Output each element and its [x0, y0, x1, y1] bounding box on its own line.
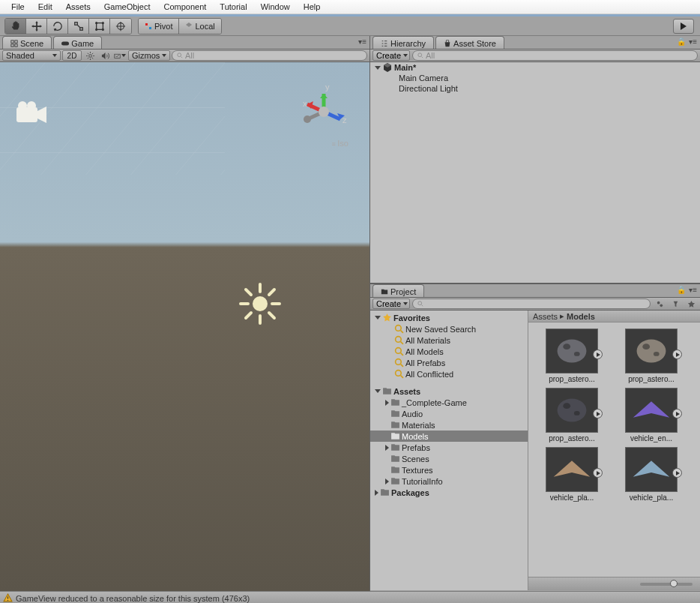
breadcrumb-separator-icon: ▸	[560, 311, 564, 321]
asset-model[interactable]: prop_astero...	[534, 388, 609, 442]
filter-type-icon[interactable]	[669, 298, 682, 309]
asset-model[interactable]: prop_astero...	[534, 328, 609, 383]
svg-rect-1	[79, 27, 82, 30]
play-preview-icon[interactable]	[593, 350, 603, 359]
asset-folder[interactable]: TutorialInfo	[370, 476, 528, 487]
local-toggle[interactable]: Local	[179, 19, 220, 34]
axis-gizmo[interactable]: x y z	[298, 83, 350, 136]
assets-header[interactable]: Assets	[370, 386, 528, 397]
project-create-dropdown[interactable]: Create	[372, 298, 410, 309]
asset-model[interactable]: vehicle_pla...	[614, 447, 689, 502]
scene-toolbar: Shaded 2D Gizmos All	[0, 50, 369, 62]
packages-header[interactable]: Packages	[370, 487, 528, 498]
lighting-toggle-icon[interactable]	[83, 50, 97, 61]
shading-mode-dropdown[interactable]: Shaded	[2, 50, 61, 61]
scene-search[interactable]: All	[172, 50, 367, 61]
asset-folder[interactable]: Textures	[370, 464, 528, 476]
lock-icon[interactable]: 🔒	[677, 38, 686, 46]
panel-menu-icon[interactable]: ▾≡	[689, 286, 697, 294]
warning-icon	[3, 593, 13, 603]
svg-point-38	[574, 352, 580, 356]
fx-toggle-icon[interactable]	[113, 50, 127, 61]
menu-file[interactable]: File	[4, 1, 31, 13]
svg-point-32	[396, 337, 402, 343]
hand-tool[interactable]	[5, 19, 26, 34]
svg-point-43	[563, 403, 570, 409]
svg-point-30	[660, 304, 663, 307]
tab-scene[interactable]: Scene	[2, 36, 52, 49]
favorite-item[interactable]: All Materials	[370, 334, 528, 346]
hierarchy-search[interactable]: All	[412, 50, 698, 61]
toolbar: Pivot Local	[0, 16, 700, 36]
menu-component[interactable]: Component	[157, 1, 213, 13]
project-tree: Favorites New Saved SearchAll MaterialsA…	[370, 310, 528, 590]
asset-folder[interactable]: Materials	[370, 419, 528, 430]
menu-assets[interactable]: Assets	[59, 1, 97, 13]
tab-game[interactable]: Game	[53, 36, 102, 49]
gizmos-dropdown[interactable]: Gizmos	[128, 50, 170, 61]
pivot-local-group: Pivot Local	[138, 18, 222, 34]
breadcrumb-models[interactable]: Models	[567, 312, 595, 321]
rotate-tool[interactable]	[47, 19, 68, 34]
panel-menu-icon[interactable]: ▾≡	[689, 38, 697, 46]
move-tool[interactable]	[26, 19, 47, 34]
svg-point-23	[319, 106, 329, 117]
svg-rect-8	[145, 23, 148, 26]
favorite-item[interactable]: All Models	[370, 346, 528, 357]
favorite-item[interactable]: New Saved Search	[370, 323, 528, 334]
transform-tool[interactable]	[110, 19, 131, 34]
favorite-item[interactable]: All Prefabs	[370, 357, 528, 368]
asset-size-slider[interactable]	[528, 577, 700, 590]
scene-viewport[interactable]: x y z ≡ Iso	[0, 62, 369, 591]
asset-model[interactable]: vehicle_en...	[614, 388, 689, 442]
hierarchy-scene[interactable]: Main*	[370, 62, 700, 73]
play-preview-icon[interactable]	[672, 350, 682, 359]
panel-menu-icon[interactable]: ▾≡	[358, 38, 366, 46]
play-preview-icon[interactable]	[672, 468, 682, 478]
svg-point-42	[558, 398, 587, 422]
favorite-icon[interactable]	[684, 298, 698, 309]
svg-point-20	[27, 101, 36, 110]
camera-gizmo-icon	[13, 100, 51, 127]
svg-rect-2	[96, 22, 103, 29]
breadcrumb-assets[interactable]: Assets	[533, 312, 558, 321]
play-preview-icon[interactable]	[593, 468, 603, 478]
pivot-toggle[interactable]: Pivot	[139, 19, 179, 34]
hierarchy-create-dropdown[interactable]: Create	[372, 50, 410, 61]
sun-gizmo-icon	[236, 280, 284, 328]
play-preview-icon[interactable]	[593, 409, 603, 418]
2d-toggle[interactable]: 2D	[62, 50, 82, 61]
lock-icon[interactable]: 🔒	[677, 286, 686, 294]
asset-folder[interactable]: _Complete-Game	[370, 397, 528, 408]
play-preview-icon[interactable]	[672, 409, 682, 418]
menu-gameobject[interactable]: GameObject	[97, 1, 157, 13]
asset-folder[interactable]: Models	[370, 430, 528, 442]
asset-folder[interactable]: Prefabs	[370, 442, 528, 453]
asset-model[interactable]: vehicle_pla...	[534, 447, 609, 502]
project-panel: Project 🔒▾≡ Create Favorites New Saved S…	[370, 284, 700, 590]
svg-point-29	[657, 301, 660, 304]
svg-point-39	[637, 339, 666, 362]
favorite-item[interactable]: All Conflicted	[370, 368, 528, 380]
favorites-header[interactable]: Favorites	[370, 312, 528, 323]
audio-toggle-icon[interactable]	[98, 50, 112, 61]
tab-asset-store[interactable]: Asset Store	[435, 36, 504, 49]
svg-point-21	[253, 296, 268, 311]
rect-tool[interactable]	[89, 19, 110, 34]
asset-model[interactable]: prop_astero...	[614, 328, 689, 383]
menu-window[interactable]: Window	[254, 1, 297, 13]
asset-folder[interactable]: Audio	[370, 408, 528, 419]
menu-edit[interactable]: Edit	[31, 1, 59, 13]
menu-tutorial[interactable]: Tutorial	[213, 1, 253, 13]
project-search[interactable]	[412, 298, 651, 309]
asset-folder[interactable]: Scenes	[370, 453, 528, 464]
menu-help[interactable]: Help	[297, 1, 328, 13]
play-button[interactable]	[673, 19, 694, 34]
hierarchy-item-light[interactable]: Directional Light	[370, 83, 700, 94]
tab-project[interactable]: Project	[372, 284, 424, 297]
svg-point-6	[102, 28, 103, 30]
scale-tool[interactable]	[68, 19, 89, 34]
hierarchy-item-camera[interactable]: Main Camera	[370, 73, 700, 83]
filter-icon[interactable]	[653, 298, 666, 309]
tab-hierarchy[interactable]: Hierarchy	[372, 36, 434, 49]
